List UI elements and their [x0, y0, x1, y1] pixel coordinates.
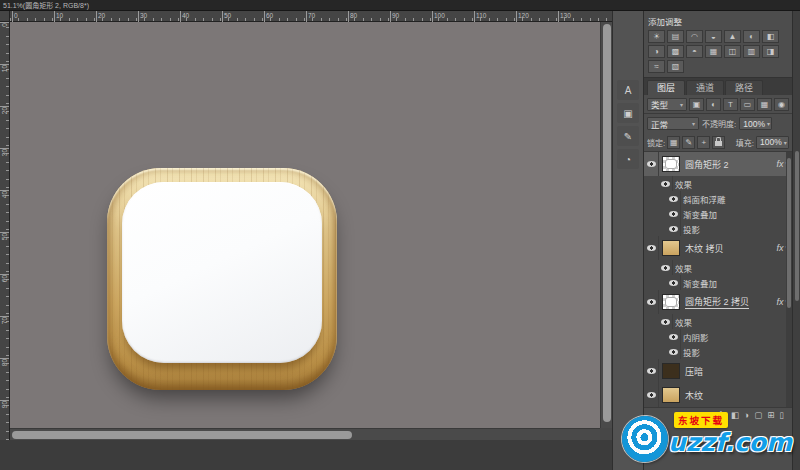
- character-panel-icon[interactable]: A: [617, 80, 639, 100]
- effect-name[interactable]: 渐变叠加: [683, 208, 792, 220]
- layer-name[interactable]: 木纹 拷贝: [685, 242, 776, 255]
- effect-name[interactable]: 渐变叠加: [683, 277, 792, 289]
- canvas-horizontal-scrollbar[interactable]: [10, 428, 600, 440]
- opacity-select[interactable]: 100% ▾: [739, 117, 772, 130]
- layer-row[interactable]: 木纹: [644, 383, 792, 407]
- adj-channel-mixer-icon[interactable]: ◓: [686, 45, 703, 58]
- layer-row[interactable]: 木纹 拷贝fx▾: [644, 236, 792, 260]
- adj-brightness-contrast-icon[interactable]: ☀: [648, 30, 665, 43]
- layer-thumbnail[interactable]: [662, 387, 680, 403]
- lock-position-icon[interactable]: +: [697, 136, 710, 149]
- layers-list-scroll-thumb[interactable]: [787, 158, 791, 308]
- filter-adjustment-layers-icon[interactable]: ◐: [706, 98, 721, 111]
- effect-row[interactable]: 投影: [644, 221, 792, 236]
- visibility-toggle[interactable]: [666, 221, 681, 236]
- filter-buttons: ▣◐T▭▦◉: [689, 98, 789, 111]
- layer-row[interactable]: 圆角矩形 2 拷贝fx▾: [644, 290, 792, 314]
- lock-pixels-icon[interactable]: ✎: [682, 136, 695, 149]
- effect-name[interactable]: 效果: [675, 262, 792, 274]
- layer-name[interactable]: 圆角矩形 2 拷贝: [685, 295, 749, 309]
- properties-panel-icon[interactable]: ✎: [617, 126, 639, 146]
- visibility-toggle[interactable]: [658, 314, 673, 329]
- adj-invert-icon[interactable]: ◫: [724, 45, 741, 58]
- adj-levels-icon[interactable]: ▤: [667, 30, 684, 43]
- ruler-h-label: 60: [264, 11, 273, 22]
- visibility-toggle[interactable]: [666, 206, 681, 221]
- lock-transparency-icon[interactable]: ▦: [667, 136, 680, 149]
- effect-name[interactable]: 效果: [675, 316, 792, 328]
- layer-thumbnail[interactable]: [662, 294, 680, 310]
- layer-thumbnail[interactable]: [662, 156, 680, 172]
- effect-name[interactable]: 投影: [683, 346, 792, 358]
- tab-paths[interactable]: 路径: [725, 80, 763, 95]
- adj-photo-filter-icon[interactable]: ▩: [667, 45, 684, 58]
- tab-channels[interactable]: 通道: [686, 80, 724, 95]
- ruler-corner[interactable]: [0, 11, 10, 22]
- filter-toggle-icon[interactable]: ◉: [774, 98, 789, 111]
- adj-black-white-icon[interactable]: ◑: [648, 45, 665, 58]
- filter-pixel-layers-icon[interactable]: ▣: [689, 98, 704, 111]
- visibility-toggle[interactable]: [658, 176, 673, 191]
- layer-filter-kind-select[interactable]: 类型 ▾: [647, 98, 687, 111]
- effect-row[interactable]: 内阴影: [644, 329, 792, 344]
- layer-thumbnail[interactable]: [662, 363, 680, 379]
- effect-row[interactable]: 渐变叠加: [644, 275, 792, 290]
- visibility-toggle[interactable]: [658, 260, 673, 275]
- visibility-toggle[interactable]: [666, 191, 681, 206]
- layer-row[interactable]: 压暗: [644, 359, 792, 383]
- effect-name[interactable]: 投影: [683, 223, 792, 235]
- watermark-badge: 东坡下载: [674, 412, 728, 428]
- adj-curves-icon[interactable]: ◠: [686, 30, 703, 43]
- layer-thumbnail[interactable]: [662, 240, 680, 256]
- effect-name[interactable]: 斜面和浮雕: [683, 193, 792, 205]
- ruler-v-label: 80: [1, 359, 8, 366]
- lock-all-icon[interactable]: [712, 136, 725, 149]
- layer-name[interactable]: 压暗: [685, 365, 792, 378]
- visibility-toggle[interactable]: [666, 329, 681, 344]
- visibility-toggle[interactable]: [644, 236, 659, 260]
- info-panel-icon[interactable]: ◔: [617, 149, 639, 169]
- effect-row[interactable]: 斜面和浮雕: [644, 191, 792, 206]
- visibility-toggle[interactable]: [666, 275, 681, 290]
- effect-row[interactable]: 效果: [644, 176, 792, 191]
- effect-name[interactable]: 内阴影: [683, 331, 792, 343]
- visibility-toggle[interactable]: [644, 290, 659, 314]
- effect-row[interactable]: 投影: [644, 344, 792, 359]
- adj-vibrance-icon[interactable]: ▲: [724, 30, 741, 43]
- panel-scroll-thumb[interactable]: [795, 151, 799, 301]
- fill-select[interactable]: 100% ▾: [756, 136, 789, 149]
- effect-row[interactable]: 效果: [644, 260, 792, 275]
- adj-gradient-map-icon[interactable]: ▧: [667, 60, 684, 73]
- adj-threshold-icon[interactable]: ◨: [762, 45, 779, 58]
- canvas-surface[interactable]: [10, 22, 600, 428]
- ruler-vertical[interactable]: 0102030405060708090: [0, 22, 10, 440]
- adj-selective-color-icon[interactable]: ≈: [648, 60, 665, 73]
- adj-color-balance-icon[interactable]: ◧: [762, 30, 779, 43]
- adj-hue-saturation-icon[interactable]: ◐: [743, 30, 760, 43]
- vertical-scroll-thumb[interactable]: [603, 24, 611, 422]
- filter-type-layers-icon[interactable]: T: [723, 98, 738, 111]
- visibility-toggle[interactable]: [666, 344, 681, 359]
- panel-scrollbar[interactable]: [792, 11, 800, 470]
- effect-row[interactable]: 效果: [644, 314, 792, 329]
- ruler-horizontal[interactable]: 0102030405060708090100110120130: [10, 11, 612, 22]
- layer-name[interactable]: 圆角矩形 2: [685, 158, 776, 171]
- layer-row[interactable]: 圆角矩形 2fx▾: [644, 152, 792, 176]
- layer-name[interactable]: 木纹: [685, 389, 792, 402]
- 3d-panel-icon[interactable]: ▣: [617, 103, 639, 123]
- adj-exposure-icon[interactable]: ◒: [705, 30, 722, 43]
- adj-color-lookup-icon[interactable]: ▦: [705, 45, 722, 58]
- effect-row[interactable]: 渐变叠加: [644, 206, 792, 221]
- blend-mode-select[interactable]: 正常 ▾: [647, 117, 699, 130]
- filter-shape-layers-icon[interactable]: ▭: [740, 98, 755, 111]
- canvas-vertical-scrollbar[interactable]: [600, 22, 612, 428]
- horizontal-scroll-thumb[interactable]: [12, 431, 352, 439]
- visibility-toggle[interactable]: [644, 383, 659, 407]
- effect-name[interactable]: 效果: [675, 178, 792, 190]
- tab-layers[interactable]: 图层: [647, 80, 685, 95]
- ruler-h-label: 40: [180, 11, 189, 22]
- visibility-toggle[interactable]: [644, 359, 659, 383]
- visibility-toggle[interactable]: [644, 152, 659, 176]
- filter-smart-objects-icon[interactable]: ▦: [757, 98, 772, 111]
- adj-posterize-icon[interactable]: ▥: [743, 45, 760, 58]
